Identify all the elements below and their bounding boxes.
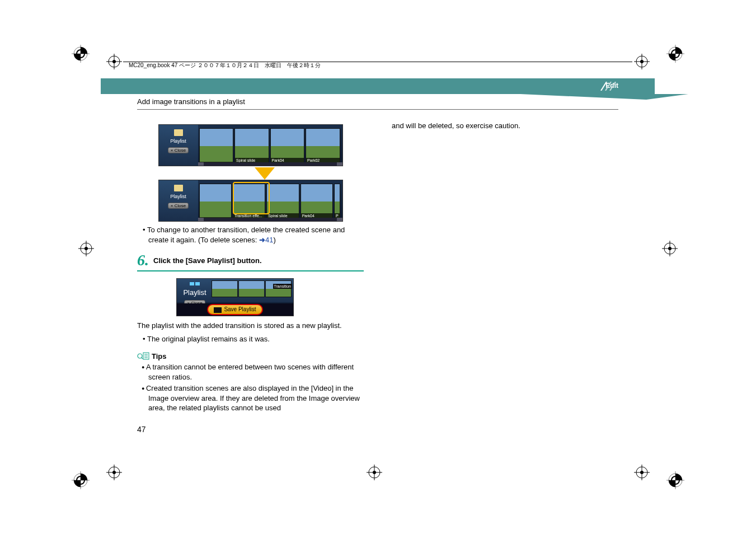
page-content: MC20_eng.book 47 ページ ２００７年１０月２４日 水曜日 午後２… (101, 45, 655, 470)
crosshair-icon (78, 241, 94, 256)
save-playlist-label: Save Playlist (224, 306, 256, 312)
header-decorative-triangle-icon (520, 94, 688, 116)
thumb-2: Spiral slide (234, 128, 269, 163)
close-button: × Close (168, 203, 189, 209)
save-result-text: The playlist with the added transition i… (137, 321, 364, 331)
registration-mark-icon (72, 45, 90, 63)
playlist-label: Playlist (159, 194, 198, 199)
svg-rect-52 (190, 282, 194, 285)
playlist-icon (174, 185, 183, 191)
page-number: 47 (137, 425, 655, 434)
thumb (212, 280, 238, 297)
step-number: 6. (137, 251, 149, 269)
thumb (265, 280, 292, 297)
playlist-icon (174, 129, 183, 136)
tip-2: Created transition scenes are also displ… (142, 383, 364, 413)
note-tail: ) (273, 236, 275, 244)
playlist-label: Playlist (159, 138, 198, 144)
svg-marker-48 (520, 94, 688, 100)
thumb-3: Park04 (270, 128, 305, 163)
thumb-3: Spiral slide (266, 184, 299, 219)
tip-continuation: and will be deleted, so exercise caution… (392, 121, 618, 131)
crosshair-icon (662, 241, 678, 256)
thumb-5: P (334, 184, 340, 219)
header-slash-icon (597, 82, 630, 91)
svg-point-23 (84, 247, 88, 250)
thumb-4: Park02 (306, 128, 340, 163)
save-playlist-screenshot: Playlist × Close Transition Save Playlis… (176, 278, 294, 316)
registration-mark-icon (72, 471, 90, 489)
tips-heading: Tips (137, 352, 364, 360)
thumb-2: Transition effe... (233, 184, 265, 219)
step-text: Click the [Save Playlist] button. (153, 256, 262, 265)
thumb-1 (199, 184, 232, 219)
svg-point-27 (668, 247, 672, 250)
toolbar: Save Playlist (177, 303, 293, 316)
link-arrow-icon: ➜ (259, 236, 265, 244)
registration-mark-icon (666, 45, 684, 63)
thumb-4: Park04 (300, 184, 333, 219)
registration-mark-icon (666, 471, 684, 489)
tip-1: A transition cannot be entered between t… (142, 362, 364, 382)
close-button: × Close (168, 147, 189, 153)
svg-point-47 (640, 471, 644, 474)
playlist-icon (190, 281, 200, 287)
playlist-label: Playlist (179, 288, 210, 297)
original-remains-note: • The original playlist remains as it wa… (143, 334, 364, 344)
save-playlist-button: Save Playlist (207, 304, 262, 315)
thumbnail-strip: Spiral slide Park04 Park02 (199, 128, 340, 163)
scrollbar (198, 162, 342, 166)
right-column: and will be deleted, so exercise caution… (392, 121, 618, 415)
tips-label: Tips (152, 352, 167, 360)
left-column: Playlist × Close Spiral slide Park04 Par… (137, 121, 364, 415)
svg-point-31 (373, 471, 376, 474)
thumbnail-strip (212, 280, 292, 297)
thumb-1 (199, 128, 234, 163)
thumbnail-strip: Transition effe... Spiral slide Park04 P (199, 184, 340, 219)
svg-point-54 (138, 354, 142, 358)
svg-point-43 (112, 471, 116, 474)
page-ref-link[interactable]: 41 (265, 236, 273, 244)
arrow-down-icon (255, 167, 275, 180)
note-text: To change to another transition, delete … (147, 226, 345, 244)
save-icon (214, 307, 222, 313)
note-change-transition: • To change to another transition, delet… (143, 225, 364, 245)
playlist-screenshot-before: Playlist × Close Spiral slide Park04 Par… (158, 124, 343, 166)
tips-icon (137, 352, 149, 360)
playlist-screenshot-after: Playlist × Close Transition effe... Spir… (158, 180, 343, 222)
playlist-sidebar: Playlist × Close (159, 125, 198, 166)
step-underline (137, 270, 364, 271)
print-header-text: MC20_eng.book 47 ページ ２００７年１０月２４日 水曜日 午後２… (129, 62, 321, 69)
step-6-heading: 6. Click the [Save Playlist] button. (137, 251, 364, 269)
playlist-sidebar: Playlist × Close (179, 280, 210, 306)
svg-rect-53 (195, 282, 200, 285)
scrollbar (198, 218, 342, 221)
svg-line-55 (142, 358, 143, 359)
transition-label: Transition (273, 284, 292, 289)
playlist-sidebar: Playlist × Close (159, 180, 198, 221)
header-bar: Edit (101, 78, 655, 94)
thumb (238, 280, 265, 297)
